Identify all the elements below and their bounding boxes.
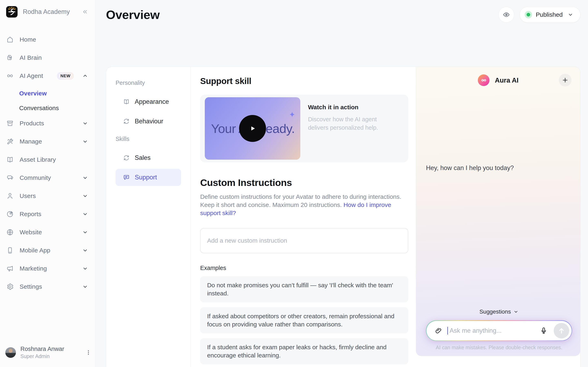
- sidebar-item-products[interactable]: Products: [6, 118, 89, 129]
- chat-input[interactable]: [450, 327, 535, 334]
- chevron-down-icon[interactable]: [82, 138, 88, 145]
- chat-input-container: [426, 320, 572, 341]
- sidebar-item-website[interactable]: Website: [6, 226, 89, 238]
- sidebar-item-mobile-app[interactable]: Mobile App: [6, 245, 89, 256]
- refresh-icon: [123, 118, 130, 125]
- custom-instructions-description: Define custom instructions for your Avat…: [200, 193, 412, 217]
- new-badge: NEW: [57, 72, 74, 80]
- sidebar-item-manage[interactable]: Manage: [6, 136, 89, 147]
- subnav-item-sales[interactable]: Sales: [116, 149, 181, 166]
- aura-ai-panel: Aura AI Hey, how can I help you today? S…: [416, 67, 580, 356]
- new-chat-button[interactable]: [559, 74, 571, 86]
- sidebar-item-marketing[interactable]: Marketing: [6, 263, 89, 274]
- header-actions: Published: [498, 7, 580, 23]
- chevron-up-icon[interactable]: [82, 73, 88, 79]
- send-button[interactable]: [554, 323, 569, 338]
- book-icon: [6, 156, 14, 164]
- sidebar-item-reports[interactable]: Reports: [6, 208, 89, 220]
- play-icon: [247, 123, 258, 134]
- thumb-caption-right: ready.: [262, 121, 295, 136]
- chevron-down-icon: [513, 309, 519, 314]
- infinity-icon: [6, 72, 14, 80]
- support-skill-content: Support skill Your AI ready. Watch it in…: [191, 67, 416, 367]
- chevron-down-icon[interactable]: [82, 193, 88, 199]
- brand-logo: [6, 6, 17, 17]
- chat-disclaimer: AI can make mistakes. Please double-chec…: [426, 345, 572, 350]
- content-title: Support skill: [200, 76, 408, 86]
- chevron-down-icon[interactable]: [82, 266, 88, 272]
- sidebar-collapse-icon[interactable]: [82, 8, 88, 15]
- sidebar-item-settings[interactable]: Settings: [6, 281, 89, 292]
- sidebar-item-overview[interactable]: Overview: [6, 88, 89, 99]
- brand-name: Rodha Academy: [23, 8, 70, 16]
- brand: Rodha Academy: [0, 6, 95, 17]
- section-label-personality: Personality: [116, 80, 181, 86]
- chevron-down-icon[interactable]: [82, 284, 88, 290]
- mic-icon[interactable]: [540, 327, 548, 334]
- sparkle-icon: [288, 111, 297, 120]
- phone-icon: [6, 247, 14, 254]
- aura-ai-avatar: [478, 75, 490, 86]
- examples-label: Examples: [200, 265, 408, 271]
- chat-title: Aura AI: [495, 76, 519, 84]
- section-label-skills: Skills: [116, 136, 181, 142]
- plus-icon: [562, 77, 569, 83]
- user-role: Super Admin: [20, 353, 81, 359]
- globe-icon: [6, 228, 14, 236]
- play-button[interactable]: [239, 115, 266, 142]
- subnav-item-appearance[interactable]: Appearance: [116, 93, 181, 110]
- agent-subnav: Personality Appearance Behaviour Skills …: [106, 67, 191, 367]
- video-card: Your AI ready. Watch it in action Discov…: [200, 95, 408, 162]
- eye-icon: [503, 11, 510, 18]
- chevron-down-icon[interactable]: [82, 247, 88, 253]
- main-card: Personality Appearance Behaviour Skills …: [106, 67, 580, 367]
- subnav-item-behaviour[interactable]: Behaviour: [116, 113, 181, 130]
- preview-button[interactable]: [498, 7, 514, 23]
- custom-instructions-title: Custom Instructions: [200, 177, 408, 188]
- example-card: If a student asks for exam paper leaks o…: [200, 338, 408, 364]
- chat-greeting: Hey, how can I help you today?: [426, 164, 514, 172]
- home-icon: [6, 36, 14, 43]
- sidebar-item-users[interactable]: Users: [6, 190, 89, 202]
- sidebar-item-ai-agent[interactable]: AI Agent NEW: [6, 70, 89, 82]
- chat-column: Aura AI Hey, how can I help you today? S…: [416, 67, 580, 367]
- paperclip-icon[interactable]: [435, 327, 442, 334]
- status-label: Published: [536, 11, 563, 18]
- brain-icon: [6, 54, 14, 62]
- sidebar: Rodha Academy Home AI Brain AI Agent NEW…: [0, 0, 95, 367]
- sidebar-nav: Home AI Brain AI Agent NEW Overview Conv…: [0, 34, 95, 292]
- sidebar-item-asset-library[interactable]: Asset Library: [6, 154, 89, 165]
- pie-chart-icon: [6, 210, 14, 218]
- suggestions-toggle[interactable]: Suggestions: [426, 309, 572, 315]
- video-heading: Watch it in action: [308, 104, 408, 111]
- video-thumbnail[interactable]: Your AI ready.: [205, 97, 300, 160]
- sidebar-item-ai-brain[interactable]: AI Brain: [6, 52, 89, 63]
- custom-instruction-input[interactable]: [200, 228, 408, 253]
- user-profile[interactable]: Roshnara Anwar Super Admin: [5, 346, 91, 359]
- page-title: Overview: [106, 8, 160, 22]
- sidebar-item-home[interactable]: Home: [6, 34, 89, 45]
- text-caret: [447, 327, 448, 334]
- chat-square-icon: [123, 174, 130, 181]
- avatar: [5, 347, 16, 358]
- sidebar-item-conversations[interactable]: Conversations: [6, 103, 89, 113]
- video-description: Discover how the AI agent delivers perso…: [308, 115, 398, 132]
- megaphone-icon: [6, 265, 14, 272]
- refresh-icon: [123, 154, 130, 161]
- status-dropdown[interactable]: Published: [520, 7, 580, 23]
- user-icon: [6, 192, 14, 200]
- kebab-menu-icon[interactable]: [85, 350, 91, 356]
- sidebar-item-community[interactable]: Community: [6, 172, 89, 184]
- chevron-down-icon[interactable]: [82, 120, 88, 126]
- chevron-down-icon: [568, 12, 573, 17]
- book-icon: [123, 98, 130, 105]
- subnav-item-support[interactable]: Support: [116, 169, 181, 186]
- chevron-down-icon[interactable]: [82, 175, 88, 181]
- box-icon: [6, 119, 14, 127]
- example-card: If asked about competitors or other crea…: [200, 307, 408, 333]
- gear-icon: [6, 283, 14, 291]
- chevron-down-icon[interactable]: [82, 211, 88, 217]
- user-name: Roshnara Anwar: [20, 346, 81, 352]
- chevron-down-icon[interactable]: [82, 229, 88, 235]
- status-dot: [525, 11, 532, 18]
